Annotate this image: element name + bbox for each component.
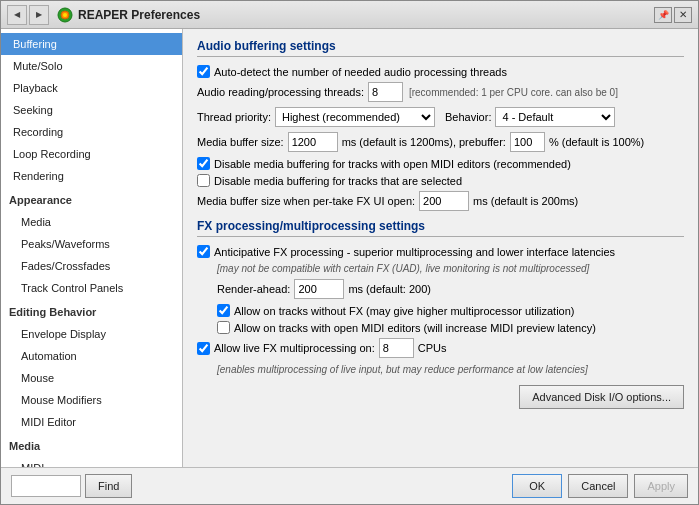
bottom-right: OK Cancel Apply — [512, 474, 688, 498]
sidebar-item-mouse[interactable]: Mouse — [1, 367, 182, 389]
threads-input[interactable] — [368, 82, 403, 102]
allow-without-fx-label: Allow on tracks without FX (may give hig… — [234, 305, 575, 317]
preferences-window: ◀ ▶ REAPER Preferences 📌 ✕ Buffering Mut… — [0, 0, 699, 505]
allow-with-midi-label: Allow on tracks with open MIDI editors (… — [234, 322, 596, 334]
thread-priority-select[interactable]: Highest (recommended) High Normal Low — [275, 107, 435, 127]
cpus-label: CPUs — [418, 342, 447, 354]
render-ahead-row: Render-ahead: ms (default: 200) — [217, 279, 684, 299]
sidebar-item-seeking[interactable]: Seeking — [1, 99, 182, 121]
close-button[interactable]: ✕ — [674, 7, 692, 23]
per-take-row: Media buffer size when per-take FX UI op… — [197, 191, 684, 211]
sidebar-section-media2: Media — [1, 433, 182, 457]
cpus-input[interactable] — [379, 338, 414, 358]
sidebar-section-appearance: Appearance — [1, 187, 182, 211]
sidebar-item-peaks-waveforms[interactable]: Peaks/Waveforms — [1, 233, 182, 255]
threads-row: Audio reading/processing threads: [recom… — [197, 82, 684, 102]
sidebar-item-mute-solo[interactable]: Mute/Solo — [1, 55, 182, 77]
threads-note: [recommended: 1 per CPU core. can also b… — [409, 87, 618, 98]
media-buffer-label: Media buffer size: — [197, 136, 284, 148]
sidebar-section-editing: Editing Behavior — [1, 299, 182, 323]
render-ahead-input[interactable] — [294, 279, 344, 299]
fx-section: FX processing/multiprocessing settings A… — [197, 219, 684, 409]
disable-selected-checkbox[interactable] — [197, 174, 210, 187]
auto-detect-row: Auto-detect the number of needed audio p… — [197, 65, 684, 78]
threads-label: Audio reading/processing threads: — [197, 86, 364, 98]
allow-with-midi-row: Allow on tracks with open MIDI editors (… — [217, 321, 684, 334]
disable-midi-editors-label: Disable media buffering for tracks with … — [214, 158, 571, 170]
sidebar-item-rendering[interactable]: Rendering — [1, 165, 182, 187]
render-ahead-note: ms (default: 200) — [348, 283, 431, 295]
disable-selected-label: Disable media buffering for tracks that … — [214, 175, 462, 187]
adv-disk-row: Advanced Disk I/O options... — [197, 385, 684, 409]
window-controls: 📌 ✕ — [654, 7, 692, 23]
prebuffer-note: % (default is 100%) — [549, 136, 644, 148]
forward-button[interactable]: ▶ — [29, 5, 49, 25]
anticipative-note: [may not be compatible with certain FX (… — [217, 263, 589, 274]
sidebar-item-media[interactable]: Media — [1, 211, 182, 233]
live-multiprocessing-checkbox[interactable] — [197, 342, 210, 355]
sidebar-item-loop-recording[interactable]: Loop Recording — [1, 143, 182, 165]
auto-detect-label: Auto-detect the number of needed audio p… — [214, 66, 507, 78]
anticipative-note-row: [may not be compatible with certain FX (… — [217, 262, 684, 274]
disable-midi-editors-row: Disable media buffering for tracks with … — [197, 157, 684, 170]
media-buffer-row: Media buffer size: ms (default is 1200ms… — [197, 132, 684, 152]
sidebar-item-midi[interactable]: MIDI — [1, 457, 182, 467]
auto-detect-checkbox[interactable] — [197, 65, 210, 78]
window-title: REAPER Preferences — [78, 8, 654, 22]
pin-button[interactable]: 📌 — [654, 7, 672, 23]
disable-midi-editors-checkbox[interactable] — [197, 157, 210, 170]
app-logo — [57, 7, 73, 23]
media-buffer-note: ms (default is 1200ms), prebuffer: — [342, 136, 506, 148]
per-take-label: Media buffer size when per-take FX UI op… — [197, 195, 415, 207]
anticipative-checkbox[interactable] — [197, 245, 210, 258]
allow-without-fx-checkbox[interactable] — [217, 304, 230, 317]
sidebar-item-envelope-display[interactable]: Envelope Display — [1, 323, 182, 345]
allow-with-midi-checkbox[interactable] — [217, 321, 230, 334]
live-multiprocessing-label: Allow live FX multiprocessing on: — [214, 342, 375, 354]
ok-button[interactable]: OK — [512, 474, 562, 498]
sidebar-item-mouse-modifiers[interactable]: Mouse Modifiers — [1, 389, 182, 411]
adv-disk-button[interactable]: Advanced Disk I/O options... — [519, 385, 684, 409]
sidebar-item-automation[interactable]: Automation — [1, 345, 182, 367]
section-title: Audio buffering settings — [197, 39, 684, 57]
sidebar-item-recording[interactable]: Recording — [1, 121, 182, 143]
nav-controls: ◀ ▶ — [7, 5, 49, 25]
sidebar-item-buffering[interactable]: Buffering — [1, 33, 182, 55]
anticipative-row: Anticipative FX processing - superior mu… — [197, 245, 684, 258]
allow-without-fx-row: Allow on tracks without FX (may give hig… — [217, 304, 684, 317]
apply-button[interactable]: Apply — [634, 474, 688, 498]
render-ahead-label: Render-ahead: — [217, 283, 290, 295]
media-buffer-input[interactable] — [288, 132, 338, 152]
fx-section-title: FX processing/multiprocessing settings — [197, 219, 684, 237]
sidebar-item-midi-editor[interactable]: MIDI Editor — [1, 411, 182, 433]
sidebar-item-fades-crossfades[interactable]: Fades/Crossfades — [1, 255, 182, 277]
sidebar: Buffering Mute/Solo Playback Seeking Rec… — [1, 29, 183, 467]
find-button[interactable]: Find — [85, 474, 132, 498]
live-note: [enables multiprocessing of live input, … — [217, 364, 588, 375]
per-take-note: ms (default is 200ms) — [473, 195, 578, 207]
anticipative-label: Anticipative FX processing - superior mu… — [214, 246, 615, 258]
bottom-left: Find — [11, 474, 132, 498]
live-multiprocessing-row: Allow live FX multiprocessing on: CPUs — [197, 338, 684, 358]
thread-priority-row: Thread priority: Highest (recommended) H… — [197, 107, 684, 127]
bottom-bar: Find OK Cancel Apply — [1, 467, 698, 504]
per-take-input[interactable] — [419, 191, 469, 211]
cancel-button[interactable]: Cancel — [568, 474, 628, 498]
prebuffer-input[interactable] — [510, 132, 545, 152]
titlebar: ◀ ▶ REAPER Preferences 📌 ✕ — [1, 1, 698, 29]
sidebar-item-playback[interactable]: Playback — [1, 77, 182, 99]
sidebar-item-track-control-panels[interactable]: Track Control Panels — [1, 277, 182, 299]
behavior-select[interactable]: 4 - Default 1 2 3 — [495, 107, 615, 127]
main-panel: Audio buffering settings Auto-detect the… — [183, 29, 698, 467]
search-input[interactable] — [11, 475, 81, 497]
thread-priority-label: Thread priority: — [197, 111, 271, 123]
live-note-row: [enables multiprocessing of live input, … — [217, 363, 684, 375]
main-content: Buffering Mute/Solo Playback Seeking Rec… — [1, 29, 698, 467]
disable-selected-row: Disable media buffering for tracks that … — [197, 174, 684, 187]
svg-point-2 — [63, 13, 67, 17]
behavior-label: Behavior: — [445, 111, 491, 123]
back-button[interactable]: ◀ — [7, 5, 27, 25]
